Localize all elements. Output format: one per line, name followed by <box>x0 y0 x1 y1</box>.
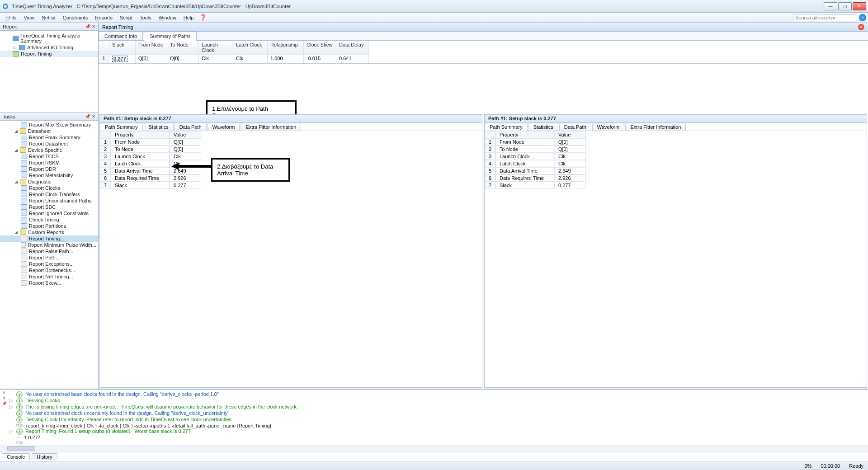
task-group[interactable]: ◢Datasheet <box>0 128 98 134</box>
col-clock-skew[interactable]: Clock Skew <box>304 41 336 54</box>
task-item[interactable]: Report False Path... <box>0 248 98 254</box>
menu-view[interactable]: View <box>20 14 38 21</box>
summary-row[interactable]: 1 0.277 Q[0] Q[0] Clk Clk 1.000 -0.015 0… <box>99 54 868 63</box>
col-relationship[interactable]: Relationship <box>268 41 304 54</box>
task-item[interactable]: Report Minimum Pulse Width... <box>0 242 98 248</box>
property-row[interactable]: 1From NodeQ[0] <box>485 138 867 146</box>
console-output[interactable]: ✕▾📌 iNo user constrained base clocks fou… <box>0 390 868 445</box>
tasks-pin-icon[interactable]: 📌 ✕ <box>85 114 95 119</box>
property-row[interactable]: 4Latch ClockClk <box>485 160 867 167</box>
detail-tab[interactable]: Data Path <box>559 123 591 131</box>
report-tree-item[interactable]: ▷Advanced I/O Timing <box>0 44 98 51</box>
console-scrollbar[interactable] <box>0 445 868 452</box>
cell-skew: -0.015 <box>304 54 336 63</box>
detail-tab[interactable]: Path Summary <box>100 123 143 131</box>
detail-pane-left: Path #1: Setup slack is 0.277 Path Summa… <box>99 114 482 388</box>
task-item[interactable]: Report Exceptions... <box>0 261 98 267</box>
task-item[interactable]: Report Net Timing... <box>0 273 98 280</box>
property-row[interactable]: 4Latch ClockClk <box>100 160 482 167</box>
menu-window[interactable]: Window <box>155 14 180 21</box>
task-group[interactable]: ◢Custom Reports <box>0 229 98 235</box>
maximize-button[interactable]: ▢ <box>838 2 852 10</box>
task-item[interactable]: Report Max Skew Summary <box>0 122 98 128</box>
detail-tab[interactable]: Extra Fitter Information <box>625 123 686 131</box>
property-row[interactable]: 6Data Required Time2.926 <box>485 174 867 182</box>
property-row[interactable]: 7Slack0.277 <box>100 182 482 189</box>
close-button[interactable]: ✕ <box>853 2 866 10</box>
report-tree-item[interactable]: TimeQuest Timing Analyzer Summary <box>0 33 98 44</box>
col-latch-clock[interactable]: Latch Clock <box>233 41 268 54</box>
cell-slack[interactable]: 0.277 <box>109 54 136 63</box>
task-item[interactable]: Report SDC <box>0 204 98 210</box>
report-tree-item[interactable]: Report Timing <box>0 51 98 57</box>
content-close-icon[interactable]: ✕ <box>858 24 864 30</box>
task-group[interactable]: ◢Device Specific <box>0 147 98 153</box>
property-row[interactable]: 2To NodeQ[0] <box>100 146 482 153</box>
task-item[interactable]: Report Bottlenecks... <box>0 267 98 273</box>
search-input[interactable] <box>793 14 856 21</box>
title-bar: TimeQuest Timing Analyzer - C:/Temp/Temp… <box>0 0 868 13</box>
detail-tab[interactable]: Data Path <box>175 123 207 131</box>
menu-script[interactable]: Script <box>116 14 136 21</box>
globe-icon[interactable] <box>859 14 866 21</box>
console-tab-console[interactable]: Console <box>2 453 30 460</box>
detail-tabs-2: Path SummaryStatisticsData PathWaveformE… <box>485 123 867 131</box>
task-item[interactable]: Report RSKM <box>0 160 98 166</box>
col-to-node[interactable]: To Node <box>167 41 199 54</box>
task-item[interactable]: Report Metastability <box>0 172 98 179</box>
detail-tab[interactable]: Waveform <box>592 123 625 131</box>
task-item[interactable]: Report DDR <box>0 166 98 172</box>
property-row[interactable]: 3Launch ClockClk <box>100 153 482 160</box>
property-row[interactable]: 2To NodeQ[0] <box>485 146 867 153</box>
task-item[interactable]: Report Datasheet <box>0 141 98 147</box>
menu-tools[interactable]: Tools <box>136 14 155 21</box>
minimize-button[interactable]: — <box>824 2 837 10</box>
task-item[interactable]: Report TCCS <box>0 153 98 160</box>
help-icon[interactable]: ❓ <box>199 14 207 21</box>
content-header: Report Timing ✕ <box>99 23 868 32</box>
detail-title: Path #1: Setup slack is 0.277 <box>100 115 482 123</box>
menu-help[interactable]: Help <box>180 14 198 21</box>
console-line: ▷iDeriving Clocks <box>9 398 864 404</box>
col-launch-clock[interactable]: Launch Clock <box>199 41 233 54</box>
detail-tab[interactable]: Statistics <box>144 123 174 131</box>
task-item[interactable]: Check Timing <box>0 216 98 223</box>
task-item[interactable]: Report Unconstrained Paths <box>0 197 98 204</box>
property-row[interactable]: 3Launch ClockClk <box>485 153 867 160</box>
property-row[interactable]: 5Data Arrival Time2.649 <box>100 167 482 174</box>
menu-netlist[interactable]: Netlist <box>38 14 59 21</box>
detail-tab[interactable]: Path Summary <box>485 123 528 131</box>
detail-tab[interactable]: Extra Fitter Information <box>241 123 301 131</box>
col-idx <box>99 41 109 54</box>
detail-tab[interactable]: Waveform <box>208 123 240 131</box>
pin-icon[interactable]: 📌 ✕ <box>85 24 95 29</box>
col-from-node[interactable]: From Node <box>136 41 167 54</box>
property-row[interactable]: 7Slack0.277 <box>485 182 867 189</box>
tab-command-info[interactable]: Command Info <box>99 32 143 40</box>
menu-reports[interactable]: Reports <box>91 14 116 21</box>
console-line: ←1 0.277 <box>9 435 864 440</box>
task-item[interactable]: Report Path... <box>0 254 98 261</box>
task-group[interactable]: ◢Diagnostic <box>0 179 98 185</box>
menu-constraints[interactable]: Constraints <box>59 14 92 21</box>
console-gutter[interactable]: ✕▾📌 <box>1 390 7 445</box>
task-item[interactable]: Report Skew... <box>0 280 98 286</box>
task-item[interactable]: Report Timing... <box>0 235 98 242</box>
task-item[interactable]: Report Fmax Summary <box>0 134 98 141</box>
property-row[interactable]: 1From NodeQ[0] <box>100 138 482 146</box>
task-item[interactable]: Report Clock Transfers <box>0 191 98 197</box>
col-slack[interactable]: Slack <box>109 41 136 54</box>
tab-summary-of-paths[interactable]: Summary of Paths <box>144 32 196 40</box>
console-tab-history[interactable]: History <box>32 453 57 460</box>
task-item[interactable]: Report Clocks <box>0 185 98 191</box>
detail-tab[interactable]: Statistics <box>528 123 558 131</box>
col-data-delay[interactable]: Data Delay <box>336 41 369 54</box>
menu-file[interactable]: FFileFile <box>2 14 20 21</box>
task-item[interactable]: Report Partitions <box>0 223 98 229</box>
property-row[interactable]: 6Data Required Time2.926 <box>100 174 482 182</box>
tasks-tree: Report Max Skew Summary◢DatasheetReport … <box>0 121 98 389</box>
report-tree: TimeQuest Timing Analyzer Summary▷Advanc… <box>0 31 98 112</box>
cell-dd: 0.641 <box>336 54 369 63</box>
task-item[interactable]: Report Ignored Constraints <box>0 210 98 216</box>
property-row[interactable]: 5Data Arrival Time2.649 <box>485 167 867 174</box>
